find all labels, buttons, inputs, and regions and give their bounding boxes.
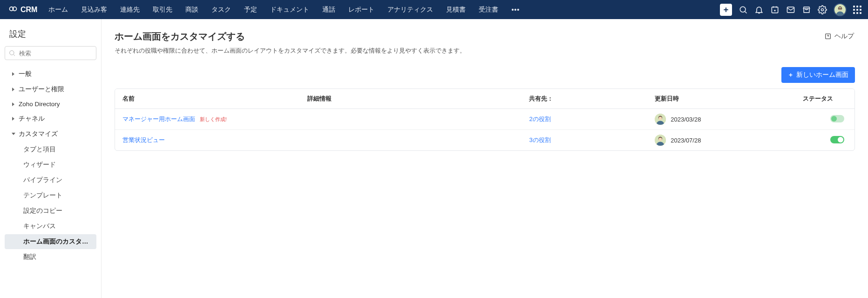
- nav-item-reports[interactable]: レポート: [342, 0, 381, 19]
- column-header-detail: 詳細情報: [300, 89, 522, 109]
- sidebar-item-label: ウィザード: [23, 161, 56, 169]
- search-icon: [8, 49, 16, 57]
- sidebar-item-wizard[interactable]: ウィザード: [5, 157, 96, 172]
- sidebar-item-label: 設定のコピー: [23, 207, 62, 215]
- marketplace-button[interactable]: [802, 5, 811, 14]
- sidebar-title: 設定: [0, 25, 101, 46]
- plus-icon: [788, 72, 793, 78]
- brand-logo-icon: [8, 4, 18, 15]
- chevron-down-icon: [11, 132, 17, 136]
- column-header-share: 共有先：: [522, 89, 647, 109]
- sidebar-item-label: タブと項目: [23, 145, 56, 154]
- row-updated-date: 2023/03/28: [671, 116, 701, 123]
- row-share-link[interactable]: 3の役割: [529, 136, 550, 143]
- sidebar-section-label: カスタマイズ: [19, 130, 58, 138]
- chevron-right-icon: [11, 87, 17, 92]
- quick-create-button[interactable]: [720, 4, 732, 16]
- avatar-icon: [655, 135, 666, 146]
- help-link[interactable]: ヘルプ: [823, 30, 855, 42]
- row-share-link[interactable]: 2の役割: [529, 115, 550, 122]
- sidebar-section-channel[interactable]: チャネル: [5, 111, 96, 126]
- top-nav: CRM ホーム 見込み客 連絡先 取引先 商談 タスク 予定 ドキュメント 通話…: [0, 0, 868, 19]
- sidebar-item-label: 翻訳: [23, 253, 36, 261]
- svg-point-2: [740, 7, 746, 12]
- nav-item-label: 予定: [244, 6, 257, 14]
- nav-item-label: タスク: [211, 6, 231, 14]
- page-description: それぞれの役職や権限に合わせて、ホーム画面のレイアウトをカスタマイズできます。必…: [115, 47, 466, 55]
- sidebar-tree: 一般 ユーザーと権限 Zoho Directory チャネル カスタマイズ タブ…: [0, 67, 101, 264]
- avatar-icon: [655, 114, 666, 125]
- svg-point-16: [659, 117, 662, 120]
- nav-item-home[interactable]: ホーム: [42, 0, 75, 19]
- apps-grid-button[interactable]: [853, 6, 861, 14]
- table-row: マネージャー用ホーム画面 新しく作成! 2の役割 2023/03/28: [115, 109, 854, 130]
- chevron-right-icon: [11, 116, 17, 121]
- sidebar-item-copy-settings[interactable]: 設定のコピー: [5, 203, 96, 218]
- settings-button[interactable]: [818, 5, 827, 14]
- nav-item-label: 通話: [322, 6, 335, 14]
- brand[interactable]: CRM: [4, 4, 42, 15]
- bell-icon: [754, 5, 764, 14]
- row-updated-date: 2023/07/28: [671, 137, 701, 144]
- sidebar-item-canvas[interactable]: キャンバス: [5, 219, 96, 234]
- settings-sidebar: 設定 一般 ユーザーと権限 Zoho Directory チャネル: [0, 19, 102, 298]
- status-toggle[interactable]: [830, 136, 844, 143]
- main-content: ホーム画面をカスタマイズする それぞれの役職や権限に合わせて、ホーム画面のレイア…: [102, 19, 868, 298]
- nav-item-label: 商談: [185, 6, 198, 14]
- sidebar-item-pipeline[interactable]: パイプライン: [5, 173, 96, 188]
- status-toggle[interactable]: [830, 115, 844, 122]
- sidebar-section-label: 一般: [19, 70, 32, 78]
- row-name-link[interactable]: マネージャー用ホーム画面: [122, 115, 195, 122]
- sidebar-section-label: ユーザーと権限: [19, 85, 64, 94]
- nav-item-analytics[interactable]: アナリティクス: [381, 0, 440, 19]
- sidebar-section-customize[interactable]: カスタマイズ: [5, 127, 96, 142]
- sidebar-customize-children: タブと項目 ウィザード パイプライン テンプレート 設定のコピー キャンバス ホ…: [2, 142, 99, 264]
- help-label: ヘルプ: [834, 32, 854, 41]
- sidebar-section-users[interactable]: ユーザーと権限: [5, 82, 96, 97]
- user-avatar: [655, 114, 666, 125]
- help-icon: [824, 33, 832, 40]
- notifications-button[interactable]: [754, 5, 764, 14]
- sidebar-item-tabs-fields[interactable]: タブと項目: [5, 142, 96, 157]
- column-header-name: 名前: [115, 89, 300, 109]
- chevron-right-icon: [11, 72, 17, 76]
- sidebar-section-general[interactable]: 一般: [5, 67, 96, 81]
- sidebar-item-home-customize[interactable]: ホーム画面のカスタマイ...: [5, 234, 96, 249]
- nav-item-label: 見込み客: [81, 6, 107, 14]
- nav-item-orders[interactable]: 受注書: [472, 0, 505, 19]
- nav-item-accounts[interactable]: 取引先: [146, 0, 179, 19]
- chevron-right-icon: [11, 102, 17, 107]
- store-icon: [802, 5, 811, 14]
- sidebar-section-label: チャネル: [19, 115, 45, 123]
- row-name-link[interactable]: 営業状況ビュー: [122, 136, 165, 143]
- nav-item-deals[interactable]: 商談: [179, 0, 205, 19]
- sidebar-item-translation[interactable]: 翻訳: [5, 250, 96, 264]
- nav-item-quotes[interactable]: 見積書: [440, 0, 472, 19]
- nav-item-calls[interactable]: 通話: [316, 0, 342, 19]
- sidebar-search: [5, 46, 96, 60]
- sidebar-section-zoho-directory[interactable]: Zoho Directory: [5, 97, 96, 111]
- new-home-screen-button[interactable]: 新しいホーム画面: [781, 67, 855, 83]
- mail-button[interactable]: [786, 5, 795, 14]
- nav-item-leads[interactable]: 見込み客: [75, 0, 114, 19]
- nav-more[interactable]: •••: [505, 0, 526, 19]
- search-button[interactable]: [739, 5, 748, 14]
- sidebar-section-label: Zoho Directory: [19, 101, 60, 108]
- search-input[interactable]: [5, 46, 96, 60]
- row-detail: [300, 130, 522, 151]
- column-header-updated: 更新日時: [647, 89, 795, 109]
- column-header-status: ステータス: [795, 89, 854, 109]
- svg-point-19: [659, 138, 662, 141]
- home-screens-table: 名前 詳細情報 共有先： 更新日時 ステータス マネージャー用ホーム画面 新しく…: [115, 88, 855, 151]
- profile-avatar[interactable]: [834, 3, 847, 16]
- button-label: 新しいホーム画面: [796, 71, 848, 79]
- table-row: 営業状況ビュー 3の役割 2023/07/28: [115, 130, 854, 151]
- calendar-button[interactable]: [770, 5, 780, 14]
- sidebar-item-template[interactable]: テンプレート: [5, 188, 96, 203]
- nav-item-documents[interactable]: ドキュメント: [264, 0, 316, 19]
- nav-item-events[interactable]: 予定: [237, 0, 264, 19]
- nav-item-tasks[interactable]: タスク: [205, 0, 237, 19]
- nav-actions: [720, 3, 864, 16]
- nav-item-contacts[interactable]: 連絡先: [114, 0, 146, 19]
- nav-item-label: ホーム: [48, 6, 68, 14]
